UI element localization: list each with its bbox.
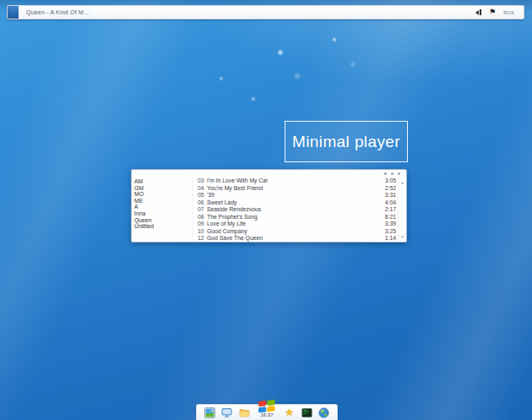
track-title: God Save The Queen <box>207 235 382 242</box>
language-indicator: RUS <box>503 10 514 15</box>
flag-icon[interactable]: ⚑ <box>489 8 496 16</box>
track-number: 03 <box>198 177 207 185</box>
track-duration: 4:04 <box>385 199 396 207</box>
player-bar[interactable]: Queen - A Kind Of M... ⚑ RUS <box>7 5 524 19</box>
track-duration: 8:21 <box>385 214 396 221</box>
scroll-down-icon[interactable]: ▼ <box>400 234 404 239</box>
track-row[interactable]: 07 Seaside Rendezvous 2:17 <box>193 206 398 214</box>
playlist-tab[interactable]: Queen <box>134 217 193 224</box>
track-number: 07 <box>198 206 207 214</box>
playlist-window[interactable]: AM GM MO ME A Inna Queen Untitled 03 I'm… <box>131 169 407 243</box>
close-button[interactable] <box>398 172 400 175</box>
track-duration: 2:52 <box>385 185 396 193</box>
internet-globe-icon <box>318 407 329 418</box>
track-duration: 3:31 <box>385 192 396 199</box>
track-row[interactable]: 09 Love of My Life 3:39 <box>193 221 398 228</box>
start-button[interactable]: 16.37 <box>256 399 278 417</box>
favorites-star-icon: ★ <box>285 407 294 417</box>
track-duration: 2:17 <box>385 206 396 214</box>
taskbar-item-favorites[interactable]: ★ <box>284 406 296 418</box>
minimal-player-label: Minimal player <box>292 133 400 151</box>
track-number: 06 <box>198 199 207 207</box>
track-number: 10 <box>198 228 207 236</box>
playlist-tab[interactable]: Untitled <box>134 223 193 230</box>
player-accent-block <box>8 6 19 19</box>
taskbar-item-console[interactable] <box>301 406 312 418</box>
track-row[interactable]: 04 You're My Best Friend 2:52 <box>193 185 398 193</box>
track-title: You're My Best Friend <box>207 185 382 193</box>
track-title: I'm In Love With My Car <box>207 177 382 185</box>
track-row[interactable]: 03 I'm In Love With My Car 3:05 <box>193 177 398 185</box>
playlist-tab[interactable]: Inna <box>134 210 193 217</box>
track-row[interactable]: 08 The Prophet's Song 8:21 <box>193 214 398 221</box>
track-title: Love of My Life <box>207 221 382 228</box>
track-number: 05 <box>198 192 207 199</box>
playlist-tab[interactable]: A <box>134 204 193 210</box>
playlist-tab[interactable]: GM <box>134 185 193 192</box>
track-title: Seaside Rendezvous <box>207 206 382 214</box>
playlist-titlebar[interactable] <box>132 170 406 177</box>
track-row[interactable]: 06 Sweet Lady 4:04 <box>193 199 398 207</box>
windows-logo-icon <box>258 399 276 413</box>
track-number: 04 <box>198 185 207 193</box>
track-duration: 3:39 <box>385 221 396 228</box>
track-title: Good Company <box>207 228 382 236</box>
playlist-scrollbar[interactable]: ▲ ▼ <box>398 177 406 242</box>
track-row[interactable]: 10 Good Company 3:25 <box>193 228 398 236</box>
playlist-tab[interactable]: MO <box>134 191 193 198</box>
playlist-tab[interactable]: ME <box>134 198 193 205</box>
taskbar-item-browser[interactable] <box>318 406 330 418</box>
media-library-icon <box>204 407 215 418</box>
track-duration: 3:05 <box>385 177 396 185</box>
track-duration: 1:14 <box>385 235 396 242</box>
track-title: '39 <box>207 192 382 199</box>
taskbar-item-folder[interactable] <box>238 406 250 418</box>
track-number: 09 <box>198 221 207 228</box>
minimal-player-widget: Minimal player <box>285 121 408 162</box>
maximize-button[interactable] <box>391 172 394 175</box>
minimize-button[interactable] <box>384 172 387 175</box>
taskbar-item-computer[interactable] <box>221 406 233 418</box>
track-number: 08 <box>198 214 207 221</box>
track-number: 12 <box>198 235 207 242</box>
taskbar-item-media[interactable] <box>204 406 215 418</box>
scroll-up-icon[interactable]: ▲ <box>400 180 404 185</box>
track-list: 03 I'm In Love With My Car 3:05 04 You'r… <box>193 177 398 242</box>
track-duration: 3:25 <box>385 228 396 236</box>
taskbar[interactable]: 16.37 ★ <box>196 404 338 420</box>
pause-icon[interactable] <box>475 9 481 15</box>
playlist-tabs: AM GM MO ME A Inna Queen Untitled <box>132 177 193 242</box>
computer-icon <box>221 407 232 418</box>
playlist-tab[interactable]: AM <box>134 178 193 185</box>
folder-icon <box>239 407 250 418</box>
track-title: The Prophet's Song <box>207 214 382 221</box>
now-playing-title: Queen - A Kind Of M... <box>26 9 89 15</box>
taskbar-clock: 16.37 <box>260 412 273 417</box>
track-row[interactable]: 05 '39 3:31 <box>193 192 398 199</box>
track-title: Sweet Lady <box>207 199 382 207</box>
console-icon <box>301 407 312 418</box>
track-row[interactable]: 12 God Save The Queen 1:14 <box>193 235 398 242</box>
